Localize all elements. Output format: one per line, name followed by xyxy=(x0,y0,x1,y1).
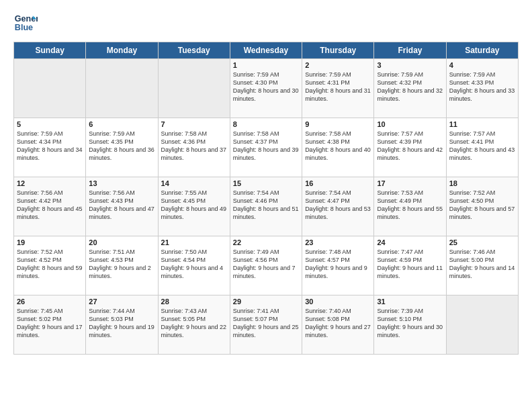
calendar-cell: 8Sunrise: 7:58 AMSunset: 4:37 PMDaylight… xyxy=(230,118,302,177)
col-header-tuesday: Tuesday xyxy=(158,42,230,59)
calendar-cell: 7Sunrise: 7:58 AMSunset: 4:36 PMDaylight… xyxy=(158,118,230,177)
svg-text:Blue: Blue xyxy=(15,23,33,32)
day-number: 8 xyxy=(233,120,299,128)
calendar-week-1: 1Sunrise: 7:59 AMSunset: 4:30 PMDaylight… xyxy=(14,59,519,118)
cell-content: Sunrise: 7:58 AMSunset: 4:38 PMDaylight:… xyxy=(305,130,371,163)
cell-content: Sunrise: 7:55 AMSunset: 4:45 PMDaylight:… xyxy=(161,189,227,222)
calendar-cell: 26Sunrise: 7:45 AMSunset: 5:02 PMDayligh… xyxy=(14,295,86,355)
calendar-cell: 31Sunrise: 7:39 AMSunset: 5:10 PMDayligh… xyxy=(374,295,446,355)
cell-content: Sunrise: 7:44 AMSunset: 5:03 PMDaylight:… xyxy=(89,307,154,340)
col-header-thursday: Thursday xyxy=(302,42,374,59)
day-number: 27 xyxy=(89,298,154,306)
cell-content: Sunrise: 7:59 AMSunset: 4:33 PMDaylight:… xyxy=(449,71,515,103)
calendar-cell xyxy=(14,59,86,118)
calendar-cell: 27Sunrise: 7:44 AMSunset: 5:03 PMDayligh… xyxy=(86,295,158,355)
cell-content: Sunrise: 7:52 AMSunset: 4:50 PMDaylight:… xyxy=(449,189,515,222)
calendar-cell: 19Sunrise: 7:52 AMSunset: 4:52 PMDayligh… xyxy=(14,236,86,295)
day-number: 5 xyxy=(17,120,83,128)
cell-content: Sunrise: 7:54 AMSunset: 4:47 PMDaylight:… xyxy=(305,189,371,222)
day-number: 24 xyxy=(377,238,443,246)
day-number: 3 xyxy=(377,61,443,69)
cell-content: Sunrise: 7:49 AMSunset: 4:56 PMDaylight:… xyxy=(233,248,299,281)
day-number: 13 xyxy=(89,179,154,187)
cell-content: Sunrise: 7:47 AMSunset: 4:59 PMDaylight:… xyxy=(377,248,443,281)
calendar-cell: 25Sunrise: 7:46 AMSunset: 5:00 PMDayligh… xyxy=(446,236,518,295)
calendar-cell xyxy=(86,59,158,118)
cell-content: Sunrise: 7:58 AMSunset: 4:36 PMDaylight:… xyxy=(161,130,227,163)
cell-content: Sunrise: 7:59 AMSunset: 4:30 PMDaylight:… xyxy=(233,71,299,103)
calendar-week-4: 19Sunrise: 7:52 AMSunset: 4:52 PMDayligh… xyxy=(14,236,519,295)
cell-content: Sunrise: 7:40 AMSunset: 5:08 PMDaylight:… xyxy=(305,307,371,340)
calendar-cell: 6Sunrise: 7:59 AMSunset: 4:35 PMDaylight… xyxy=(86,118,158,177)
calendar-cell: 5Sunrise: 7:59 AMSunset: 4:34 PMDaylight… xyxy=(14,118,86,177)
calendar-table: SundayMondayTuesdayWednesdayThursdayFrid… xyxy=(13,42,519,355)
calendar-cell: 28Sunrise: 7:43 AMSunset: 5:05 PMDayligh… xyxy=(158,295,230,355)
cell-content: Sunrise: 7:46 AMSunset: 5:00 PMDaylight:… xyxy=(449,248,515,281)
day-number: 28 xyxy=(161,298,227,306)
calendar-cell: 2Sunrise: 7:59 AMSunset: 4:31 PMDaylight… xyxy=(302,59,374,118)
calendar-week-5: 26Sunrise: 7:45 AMSunset: 5:02 PMDayligh… xyxy=(14,295,519,355)
cell-content: Sunrise: 7:59 AMSunset: 4:31 PMDaylight:… xyxy=(305,71,371,103)
day-number: 7 xyxy=(161,120,227,128)
calendar-cell xyxy=(158,59,230,118)
page: General Blue SundayMondayTuesdayWednesda… xyxy=(0,0,532,361)
calendar-week-2: 5Sunrise: 7:59 AMSunset: 4:34 PMDaylight… xyxy=(14,118,519,177)
day-number: 20 xyxy=(89,238,154,246)
col-header-friday: Friday xyxy=(374,42,446,59)
cell-content: Sunrise: 7:52 AMSunset: 4:52 PMDaylight:… xyxy=(17,248,83,281)
cell-content: Sunrise: 7:45 AMSunset: 5:02 PMDaylight:… xyxy=(17,307,83,340)
day-number: 16 xyxy=(305,179,371,187)
day-number: 23 xyxy=(305,238,371,246)
cell-content: Sunrise: 7:56 AMSunset: 4:42 PMDaylight:… xyxy=(17,189,83,222)
day-number: 9 xyxy=(305,120,371,128)
day-number: 18 xyxy=(449,179,515,187)
col-header-sunday: Sunday xyxy=(14,42,86,59)
calendar-week-3: 12Sunrise: 7:56 AMSunset: 4:42 PMDayligh… xyxy=(14,177,519,236)
cell-content: Sunrise: 7:54 AMSunset: 4:46 PMDaylight:… xyxy=(233,189,299,222)
day-number: 15 xyxy=(233,179,299,187)
cell-content: Sunrise: 7:41 AMSunset: 5:07 PMDaylight:… xyxy=(233,307,299,340)
cell-content: Sunrise: 7:59 AMSunset: 4:32 PMDaylight:… xyxy=(377,71,443,103)
calendar-cell: 23Sunrise: 7:48 AMSunset: 4:57 PMDayligh… xyxy=(302,236,374,295)
day-number: 14 xyxy=(161,179,227,187)
cell-content: Sunrise: 7:43 AMSunset: 5:05 PMDaylight:… xyxy=(161,307,227,340)
calendar-cell: 21Sunrise: 7:50 AMSunset: 4:54 PMDayligh… xyxy=(158,236,230,295)
cell-content: Sunrise: 7:48 AMSunset: 4:57 PMDaylight:… xyxy=(305,248,371,281)
day-number: 17 xyxy=(377,179,443,187)
calendar-cell: 20Sunrise: 7:51 AMSunset: 4:53 PMDayligh… xyxy=(86,236,158,295)
calendar-cell: 1Sunrise: 7:59 AMSunset: 4:30 PMDaylight… xyxy=(230,59,302,118)
calendar-cell: 15Sunrise: 7:54 AMSunset: 4:46 PMDayligh… xyxy=(230,177,302,236)
calendar-cell: 11Sunrise: 7:57 AMSunset: 4:41 PMDayligh… xyxy=(446,118,518,177)
day-number: 1 xyxy=(233,61,299,69)
calendar-cell: 10Sunrise: 7:57 AMSunset: 4:39 PMDayligh… xyxy=(374,118,446,177)
header-row: SundayMondayTuesdayWednesdayThursdayFrid… xyxy=(14,42,519,59)
cell-content: Sunrise: 7:57 AMSunset: 4:41 PMDaylight:… xyxy=(449,130,515,163)
day-number: 2 xyxy=(305,61,371,69)
calendar-cell: 17Sunrise: 7:53 AMSunset: 4:49 PMDayligh… xyxy=(374,177,446,236)
calendar-cell: 13Sunrise: 7:56 AMSunset: 4:43 PMDayligh… xyxy=(86,177,158,236)
day-number: 29 xyxy=(233,298,299,306)
calendar-cell: 9Sunrise: 7:58 AMSunset: 4:38 PMDaylight… xyxy=(302,118,374,177)
col-header-monday: Monday xyxy=(86,42,158,59)
cell-content: Sunrise: 7:39 AMSunset: 5:10 PMDaylight:… xyxy=(377,307,443,340)
day-number: 19 xyxy=(17,238,83,246)
day-number: 11 xyxy=(449,120,515,128)
cell-content: Sunrise: 7:51 AMSunset: 4:53 PMDaylight:… xyxy=(89,248,154,281)
col-header-wednesday: Wednesday xyxy=(230,42,302,59)
day-number: 4 xyxy=(449,61,515,69)
day-number: 26 xyxy=(17,298,83,306)
logo-icon: General Blue xyxy=(13,11,38,35)
cell-content: Sunrise: 7:56 AMSunset: 4:43 PMDaylight:… xyxy=(89,189,154,222)
calendar-cell: 14Sunrise: 7:55 AMSunset: 4:45 PMDayligh… xyxy=(158,177,230,236)
calendar-cell: 22Sunrise: 7:49 AMSunset: 4:56 PMDayligh… xyxy=(230,236,302,295)
calendar-cell xyxy=(446,295,518,355)
day-number: 21 xyxy=(161,238,227,246)
day-number: 12 xyxy=(17,179,83,187)
calendar-cell: 24Sunrise: 7:47 AMSunset: 4:59 PMDayligh… xyxy=(374,236,446,295)
calendar-cell: 12Sunrise: 7:56 AMSunset: 4:42 PMDayligh… xyxy=(14,177,86,236)
calendar-cell: 18Sunrise: 7:52 AMSunset: 4:50 PMDayligh… xyxy=(446,177,518,236)
logo: General Blue xyxy=(13,11,38,35)
cell-content: Sunrise: 7:53 AMSunset: 4:49 PMDaylight:… xyxy=(377,189,443,222)
cell-content: Sunrise: 7:59 AMSunset: 4:35 PMDaylight:… xyxy=(89,130,154,163)
day-number: 10 xyxy=(377,120,443,128)
